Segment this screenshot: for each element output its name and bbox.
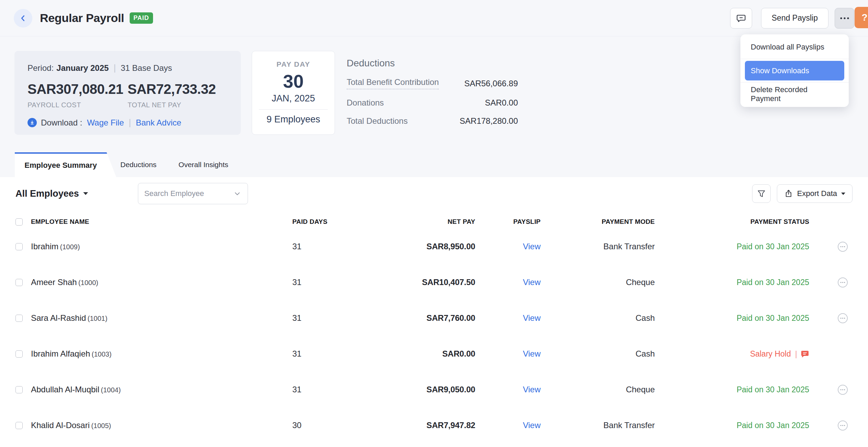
bank-advice-link[interactable]: Bank Advice — [136, 118, 181, 128]
employee-name-cell: Ameer Shah (1000) — [31, 277, 289, 287]
row-more-options-icon[interactable] — [837, 313, 848, 324]
total-net-pay-label: TOTAL NET PAY — [128, 101, 228, 109]
more-options-menu: Download all Payslips Show Downloads Del… — [740, 34, 849, 107]
employee-name: Sara Al-Rashid — [31, 313, 86, 323]
paid-days-value: 31 — [289, 313, 330, 323]
row-checkbox[interactable] — [15, 386, 23, 393]
row-checkbox[interactable] — [15, 279, 23, 286]
row-checkbox[interactable] — [15, 243, 23, 250]
payment-mode-value: Cash — [543, 349, 655, 359]
help-button[interactable]: ? — [855, 7, 868, 28]
benefit-contribution-label[interactable]: Total Benefit Contribution — [347, 77, 439, 89]
view-payslip-link[interactable]: View — [523, 385, 541, 394]
payday-day: 30 — [252, 70, 335, 92]
select-all-checkbox[interactable] — [15, 218, 23, 226]
menu-item-show-downloads[interactable]: Show Downloads — [745, 61, 844, 80]
table-row: Ibrahim (1009) 31 SAR8,950.00 View Bank … — [15, 229, 853, 264]
header-actions: Send Payslip — [730, 8, 854, 29]
employee-id: (1001) — [88, 315, 108, 322]
more-options-button[interactable] — [835, 8, 854, 29]
view-payslip-link[interactable]: View — [523, 277, 541, 287]
payment-status-cell: Paid on 30 Jan 2025 | — [655, 242, 809, 251]
row-checkbox[interactable] — [15, 422, 23, 429]
wage-file-link[interactable]: Wage File — [87, 118, 124, 128]
employee-name: Ibrahim Alfaqieh — [31, 349, 90, 358]
row-more-options-icon[interactable] — [837, 277, 848, 288]
base-days: 31 Base Days — [121, 63, 172, 73]
col-paid-days[interactable]: PAID DAYS — [289, 218, 330, 226]
row-action-cell — [809, 241, 853, 252]
top-section: Regular Payroll PAID Send Payslip — [0, 0, 868, 177]
period-value: January 2025 — [56, 63, 109, 73]
payroll-cost-label: PAYROLL COST — [28, 101, 128, 109]
payment-mode-value: Cheque — [543, 277, 655, 287]
deductions-title: Deductions — [347, 58, 518, 69]
chevron-down-icon — [233, 189, 241, 198]
comment-icon — [736, 13, 746, 23]
divider: | — [129, 117, 131, 128]
summary-cards-row: Period: January 2025 | 31 Base Days SAR3… — [0, 36, 868, 135]
menu-item-delete-recorded-payment[interactable]: Delete Recorded Payment — [740, 84, 849, 104]
view-payslip-link[interactable]: View — [523, 349, 541, 358]
row-more-options-icon[interactable] — [837, 384, 848, 395]
export-data-button[interactable]: Export Data — [777, 184, 853, 203]
col-payment-status[interactable]: PAYMENT STATUS — [655, 218, 809, 226]
payment-mode-value: Cash — [543, 313, 655, 323]
employee-name: Ameer Shah — [31, 277, 77, 287]
view-payslip-link[interactable]: View — [523, 313, 541, 323]
divider — [259, 109, 328, 110]
col-employee-name[interactable]: EMPLOYEE NAME — [31, 218, 289, 226]
payroll-cost-value: SAR307,080.21 — [28, 81, 128, 97]
filter-button[interactable] — [752, 184, 771, 203]
amounts-row: SAR307,080.21 PAYROLL COST SAR72,733.32 … — [28, 81, 228, 109]
row-checkbox[interactable] — [15, 315, 23, 322]
filter-bar: All Employees Search Employee Export Dat… — [15, 183, 853, 204]
view-payslip-link[interactable]: View — [523, 421, 541, 430]
col-net-pay[interactable]: NET PAY — [330, 218, 475, 226]
ellipsis-icon — [839, 17, 850, 20]
employee-name-cell: Sara Al-Rashid (1001) — [31, 313, 289, 323]
payment-status-cell: Paid on 30 Jan 2025 | — [655, 421, 809, 430]
send-payslip-button[interactable]: Send Payslip — [761, 8, 828, 29]
comments-button[interactable] — [730, 8, 752, 29]
back-button[interactable] — [14, 9, 32, 28]
net-pay-value: SAR0.00 — [330, 349, 475, 359]
caret-down-icon — [841, 193, 845, 195]
table-row: Abdullah Al-Muqbil (1004) 31 SAR9,050.00… — [15, 372, 853, 407]
employee-scope-dropdown[interactable]: All Employees — [15, 188, 88, 199]
tab-overall-insights[interactable]: Overall Insights — [174, 152, 232, 177]
employee-name: Khalid Al-Dosari — [31, 421, 90, 430]
payment-mode-value: Cheque — [543, 385, 655, 394]
payment-status-text: Paid on 30 Jan 2025 — [737, 421, 809, 430]
employee-id: (1009) — [60, 243, 80, 251]
download-label: Download : — [41, 118, 82, 128]
caret-down-icon — [83, 192, 88, 195]
tab-employee-summary[interactable]: Employee Summary — [15, 152, 116, 177]
col-payment-mode[interactable]: PAYMENT MODE — [543, 218, 655, 226]
employee-id: (1004) — [101, 386, 121, 394]
employee-id: (1005) — [91, 422, 111, 429]
payment-status-text: Paid on 30 Jan 2025 — [737, 385, 809, 394]
period-label: Period: — [28, 63, 54, 73]
col-payslip[interactable]: PAYSLIP — [475, 218, 543, 226]
payment-status-text: Salary Hold — [750, 349, 791, 359]
payment-status-cell: Paid on 30 Jan 2025 | — [655, 278, 809, 287]
net-pay-block: SAR72,733.32 TOTAL NET PAY — [128, 81, 228, 109]
net-pay-value: SAR9,050.00 — [330, 385, 475, 394]
net-pay-value: SAR10,407.50 — [330, 277, 475, 287]
paid-days-value: 31 — [289, 242, 330, 251]
employee-name-cell: Ibrahim (1009) — [31, 242, 289, 251]
tab-deductions[interactable]: Deductions — [116, 152, 161, 177]
divider: | — [113, 63, 116, 73]
payment-mode-value: Bank Transfer — [543, 242, 655, 251]
hold-reason-chat-icon[interactable] — [801, 350, 809, 358]
row-more-options-icon[interactable] — [837, 241, 848, 252]
view-payslip-link[interactable]: View — [523, 242, 541, 251]
row-checkbox[interactable] — [15, 350, 23, 358]
menu-item-download-all-payslips[interactable]: Download all Payslips — [740, 37, 849, 57]
search-employee-select[interactable]: Search Employee — [138, 183, 248, 204]
row-more-options-icon[interactable] — [837, 420, 848, 431]
search-placeholder: Search Employee — [144, 189, 204, 198]
tab-content: All Employees Search Employee Export Dat… — [0, 183, 868, 443]
filter-actions: Export Data — [752, 184, 853, 203]
